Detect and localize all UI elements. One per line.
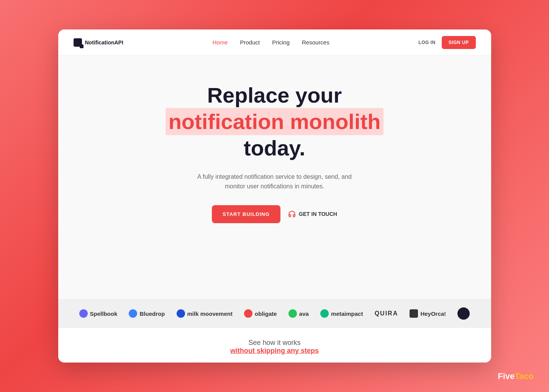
- brand-quira: QUIRA: [375, 310, 398, 317]
- start-building-button[interactable]: START BUILDING: [212, 205, 280, 223]
- hero-section: Replace your notification monolith today…: [58, 56, 491, 299]
- ava-label: ava: [299, 310, 309, 317]
- logo[interactable]: NotificationAPI: [74, 38, 123, 47]
- navbar: NotificationAPI Home Product Pricing Res…: [58, 29, 491, 56]
- hero-title-line2: today.: [244, 136, 305, 160]
- brand-metaimpact: metaimpact: [320, 309, 363, 318]
- hero-title: Replace your notification monolith today…: [166, 82, 384, 161]
- brand-ava: ava: [288, 309, 309, 318]
- obligate-label: obligate: [255, 310, 277, 317]
- logos-bar: Spellbook Bluedrop milk moovement obliga…: [58, 299, 491, 328]
- brand-bluedrop: Bluedrop: [129, 309, 165, 318]
- quira-label: QUIRA: [375, 310, 398, 317]
- hero-buttons: START BUILDING GET IN TOUCH: [212, 205, 337, 223]
- logo-icon: [74, 38, 82, 47]
- see-how-section: See how it works without skipping any st…: [58, 328, 491, 363]
- nav-home[interactable]: Home: [212, 39, 228, 46]
- see-how-title: See how it works: [74, 339, 476, 347]
- fivetaco-badge: FiveTaco: [498, 371, 534, 381]
- ava-icon: [288, 309, 297, 318]
- bluedrop-label: Bluedrop: [139, 310, 165, 317]
- obligate-icon: [244, 309, 252, 318]
- hero-subtitle: A fully integrated notification service …: [194, 172, 355, 191]
- app-window: NotificationAPI Home Product Pricing Res…: [58, 29, 491, 363]
- hero-title-line1: Replace your: [207, 83, 342, 107]
- last-brand-icon: [457, 307, 470, 320]
- brand-heyorca: HeyOrca!: [410, 309, 446, 318]
- milk-label: milk moovement: [187, 310, 233, 317]
- get-in-touch-button[interactable]: GET IN TOUCH: [288, 210, 337, 218]
- metaimpact-icon: [320, 309, 329, 318]
- signup-button[interactable]: SIGN UP: [442, 36, 476, 49]
- fivetaco-label: FiveTaco: [498, 371, 534, 381]
- logo-text: NotificationAPI: [85, 39, 123, 46]
- login-button[interactable]: LOG IN: [418, 40, 435, 45]
- nav-links: Home Product Pricing Resources: [212, 39, 329, 46]
- nav-resources[interactable]: Resources: [302, 39, 329, 46]
- brand-obligate: obligate: [244, 309, 277, 318]
- nav-actions: LOG IN SIGN UP: [418, 36, 475, 49]
- heyorca-icon: [410, 309, 418, 318]
- heyorca-label: HeyOrca!: [420, 310, 446, 317]
- spellbook-icon: [79, 309, 88, 318]
- spellbook-label: Spellbook: [90, 310, 118, 317]
- bluedrop-icon: [129, 309, 137, 318]
- headphone-icon: [288, 210, 296, 218]
- see-how-sub: without skipping any steps: [74, 347, 476, 355]
- brand-spellbook: Spellbook: [79, 309, 118, 318]
- brand-milk: milk moovement: [177, 309, 233, 318]
- touch-label: GET IN TOUCH: [299, 211, 337, 217]
- nav-pricing[interactable]: Pricing: [272, 39, 290, 46]
- metaimpact-label: metaimpact: [331, 310, 363, 317]
- hero-highlight: notification monolith: [166, 108, 384, 135]
- nav-product[interactable]: Product: [240, 39, 260, 46]
- milk-icon: [177, 309, 185, 318]
